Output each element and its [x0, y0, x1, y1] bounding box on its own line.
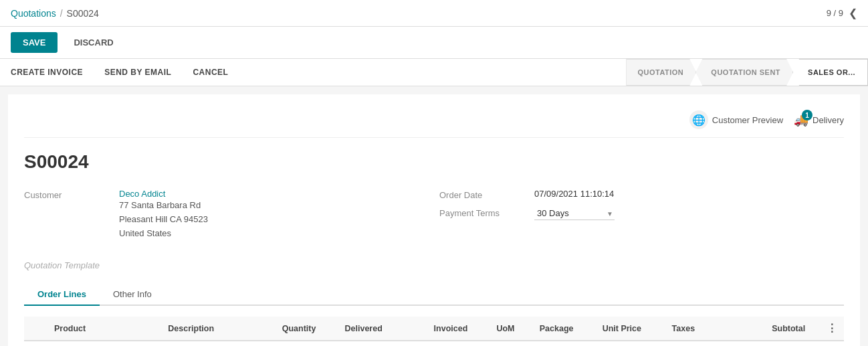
- row1-description: Demo FIFO Auto: [161, 341, 275, 346]
- breadcrumb-parent[interactable]: Quotations: [11, 8, 56, 19]
- row1-invoiced: 0.00: [427, 341, 490, 346]
- globe-icon: 🌐: [689, 110, 708, 129]
- form-left: Customer Deco Addict 77 Santa Barbara Rd…: [24, 189, 429, 247]
- col-taxes: Taxes: [665, 317, 750, 341]
- address-line2: Pleasant Hill CA 94523: [119, 213, 208, 227]
- order-date-value: 07/09/2021 11:10:14: [534, 189, 614, 199]
- top-bar: Quotations / S00024 9 / 9 ❮: [0, 0, 868, 27]
- status-step-sales-order: SALES OR...: [792, 59, 868, 86]
- dropdown-arrow-icon: ▼: [607, 210, 613, 218]
- delivery-action[interactable]: 🚚 1 Delivery: [794, 112, 844, 127]
- pagination: 9 / 9 ❮: [827, 7, 857, 19]
- tab-other-info[interactable]: Other Info: [100, 284, 165, 306]
- address-line3: United States: [119, 227, 208, 241]
- col-invoiced: Invoiced: [427, 317, 490, 341]
- tabs: Order Lines Other Info: [24, 284, 844, 306]
- order-date-field-row: Order Date 07/09/2021 11:10:14: [439, 189, 844, 200]
- status-step-quotation-sent: QUOTATION SENT: [695, 59, 793, 86]
- pagination-prev-arrow[interactable]: ❮: [849, 7, 857, 19]
- tab-order-lines[interactable]: Order Lines: [24, 284, 100, 306]
- payment-terms-select[interactable]: 30 Days: [534, 207, 615, 220]
- cancel-button[interactable]: CANCEL: [182, 61, 239, 84]
- form-right: Order Date 07/09/2021 11:10:14 Payment T…: [439, 189, 844, 247]
- main-content: 🌐 Customer Preview 🚚 1 Delivery S00024 C…: [8, 94, 860, 346]
- payment-terms-field: 30 Days ▼: [534, 207, 613, 220]
- action-bar: SAVE DISCARD: [0, 27, 868, 59]
- col-uom: UoM: [490, 317, 532, 341]
- delivery-icon-container: 🚚 1: [794, 112, 808, 127]
- row1-subtotal: $ 1.00: [750, 341, 812, 346]
- col-delivered: Delivered: [338, 317, 406, 341]
- row1-delete: 🗑: [812, 341, 844, 346]
- status-steps: QUOTATION QUOTATION SENT SALES OR...: [626, 59, 868, 86]
- col-unit-price: Unit Price: [596, 317, 665, 341]
- row1-quantity: 1.00: [276, 341, 338, 346]
- col-quantity: Quantity: [276, 317, 338, 341]
- save-button[interactable]: SAVE: [11, 32, 58, 53]
- discard-button[interactable]: DISCARD: [66, 32, 121, 53]
- order-lines-table: Product Description Quantity Delivered I…: [24, 317, 844, 346]
- address-line1: 77 Santa Barbara Rd: [119, 199, 208, 213]
- toolbar: CREATE INVOICE SEND BY EMAIL CANCEL QUOT…: [0, 59, 868, 86]
- col-subtotal: Subtotal: [750, 317, 812, 341]
- breadcrumb-current: S00024: [67, 8, 99, 19]
- payment-terms-field-row: Payment Terms 30 Days ▼: [439, 207, 844, 220]
- send-by-email-button[interactable]: SEND BY EMAIL: [94, 61, 182, 84]
- col-product: Product: [47, 317, 161, 341]
- row1-taxes: Tax 15.00%: [665, 341, 750, 346]
- delivery-count-badge: 1: [802, 110, 812, 120]
- row1-uom: Units: [490, 341, 532, 346]
- customer-field-row: Customer Deco Addict 77 Santa Barbara Rd…: [24, 189, 429, 240]
- table-row: ✥ Demo FIFO Auto Demo FIFO Auto 1.00 0.0…: [24, 341, 844, 346]
- top-actions-bar: 🌐 Customer Preview 🚚 1 Delivery: [24, 110, 844, 138]
- col-description: Description: [161, 317, 275, 341]
- breadcrumb-separator: /: [60, 8, 63, 19]
- col-package: Package: [533, 317, 596, 341]
- customer-value: Deco Addict 77 Santa Barbara Rd Pleasant…: [119, 189, 208, 240]
- pagination-text: 9 / 9: [827, 8, 843, 18]
- customer-name[interactable]: Deco Addict: [119, 189, 165, 199]
- customer-preview-action[interactable]: 🌐 Customer Preview: [689, 110, 783, 129]
- create-invoice-button[interactable]: CREATE INVOICE: [0, 61, 94, 84]
- row1-chart: ▲: [406, 341, 427, 346]
- customer-label: Customer: [24, 189, 111, 200]
- customer-address: 77 Santa Barbara Rd Pleasant Hill CA 945…: [119, 199, 208, 240]
- order-date-label: Order Date: [439, 189, 526, 200]
- quotation-template-label: Quotation Template: [24, 260, 100, 270]
- row1-delivered: 0.00: [338, 341, 406, 346]
- status-step-quotation: QUOTATION: [626, 59, 696, 86]
- col-options: ⋮: [812, 317, 844, 341]
- row1-product: Demo FIFO Auto: [47, 341, 161, 346]
- column-options-icon[interactable]: ⋮: [827, 323, 837, 334]
- col-chart: [406, 317, 427, 341]
- payment-terms-label: Payment Terms: [439, 207, 526, 218]
- order-title: S00024: [24, 151, 844, 173]
- row1-package: [533, 341, 596, 346]
- order-lines-table-container: Product Description Quantity Delivered I…: [24, 317, 844, 346]
- table-header-row: Product Description Quantity Delivered I…: [24, 317, 844, 341]
- breadcrumb: Quotations / S00024: [11, 8, 99, 19]
- row1-unit-price: 1.00: [596, 341, 665, 346]
- col-move: [24, 317, 47, 341]
- quotation-template-field: Quotation Template: [24, 260, 844, 270]
- customer-preview-label: Customer Preview: [712, 115, 783, 125]
- delivery-label: Delivery: [812, 115, 844, 125]
- order-form: Customer Deco Addict 77 Santa Barbara Rd…: [24, 189, 844, 247]
- row1-move: ✥: [24, 341, 47, 346]
